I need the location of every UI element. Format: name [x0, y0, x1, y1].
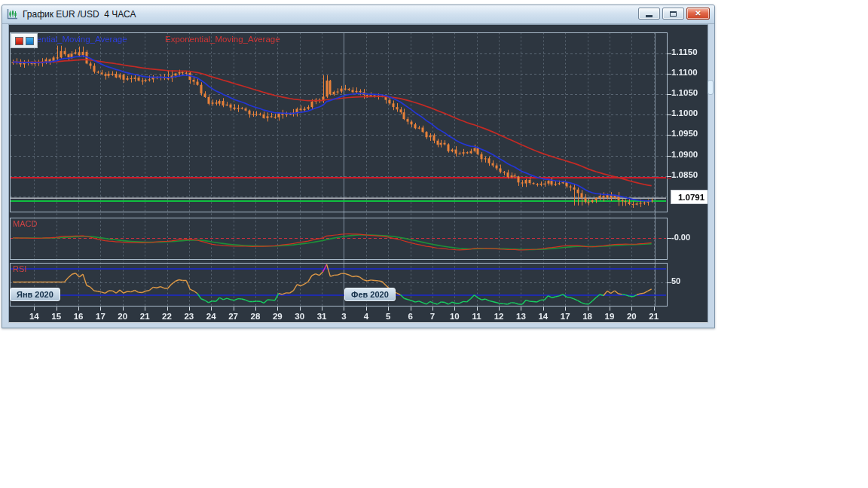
legend-ema-red: Exponential_Moving_Average [165, 35, 280, 44]
time-axis-label: 7 [421, 312, 444, 321]
time-axis-label: 10 [443, 312, 466, 321]
price-axis-label: 1.0850 [671, 170, 708, 179]
time-axis-label: 20 [112, 312, 134, 321]
macd-axis-value: -0.00 [671, 233, 690, 242]
time-axis-label: 18 [576, 312, 599, 321]
red-series-swatch[interactable] [15, 37, 23, 45]
time-axis-label: 31 [310, 312, 333, 321]
price-axis-label: 1.1000 [671, 108, 708, 117]
time-axis-label: 3 [332, 312, 355, 321]
maximize-icon [670, 11, 677, 17]
time-axis-label: 22 [156, 312, 179, 321]
minimize-icon [646, 15, 653, 17]
time-axis-label: 11 [466, 312, 488, 321]
time-axis-label: 14 [23, 312, 45, 321]
chart-window: График EUR /USD 4 ЧАСА ✕ Exponential_Mov… [2, 5, 715, 328]
price-axis-label: 1.0950 [671, 129, 708, 138]
time-axis-label: 6 [399, 312, 422, 321]
price-axis-label: 1.0900 [671, 150, 708, 159]
price-axis-label: 1.1050 [671, 88, 708, 97]
time-axis-label: 14 [532, 312, 555, 321]
time-axis-label: 24 [200, 312, 222, 321]
legend-swatch-box [11, 33, 38, 48]
rsi-panel-label: RSI [13, 264, 26, 273]
time-axis-label: 19 [598, 312, 621, 321]
time-axis-label: 17 [89, 312, 112, 321]
time-axis-label: 15 [45, 312, 68, 321]
window-titlebar[interactable]: График EUR /USD 4 ЧАСА ✕ [2, 5, 714, 24]
minimize-button[interactable] [638, 8, 660, 20]
time-axis-label: 20 [620, 312, 643, 321]
close-icon: ✕ [695, 10, 701, 17]
time-axis-label: 30 [289, 312, 311, 321]
time-axis-label: 23 [178, 312, 200, 321]
chart-client-area: Exponential_Moving_Average Exponential_M… [8, 24, 708, 323]
chart-canvas[interactable] [9, 25, 708, 322]
current-price-box: 1.0791 [671, 190, 708, 204]
price-axis-label: 1.1150 [671, 47, 708, 56]
time-axis-label: 17 [554, 312, 576, 321]
time-axis-label: 16 [67, 312, 90, 321]
rsi-axis-value: 50 [671, 276, 680, 285]
time-axis-label: 29 [266, 312, 289, 321]
time-axis-label: 5 [377, 312, 399, 321]
time-axis-label: 13 [509, 312, 532, 321]
close-button[interactable]: ✕ [686, 8, 710, 20]
month-badge-feb: Фев 2020 [344, 288, 396, 301]
month-badge-jan: Янв 2020 [10, 288, 60, 301]
chart-app-icon [6, 8, 18, 20]
time-axis-label: 4 [355, 312, 377, 321]
maximize-button[interactable] [662, 8, 684, 20]
time-axis-label: 21 [133, 312, 156, 321]
window-title: График EUR /USD 4 ЧАСА [23, 5, 136, 23]
time-axis-label: 12 [487, 312, 510, 321]
time-axis-label: 21 [643, 312, 665, 321]
time-axis-label: 27 [222, 312, 245, 321]
time-axis-label: 28 [244, 312, 267, 321]
price-axis-label: 1.1100 [671, 68, 708, 77]
scrollbar-thumb[interactable] [708, 80, 714, 95]
macd-panel-label: MACD [13, 219, 37, 228]
window-controls: ✕ [638, 8, 710, 20]
blue-series-swatch[interactable] [26, 37, 34, 45]
